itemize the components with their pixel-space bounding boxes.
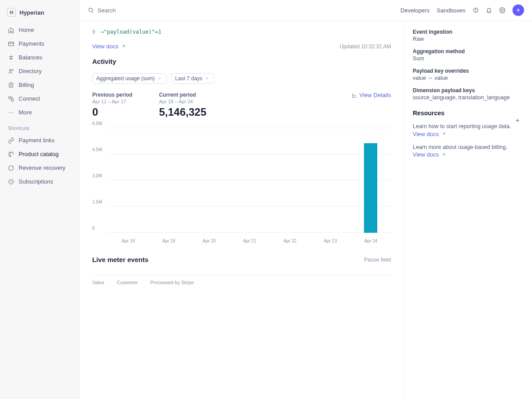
live-events-title: Live meter events [92, 256, 149, 263]
previous-period-range: Apr 11 – Apr 17 [92, 99, 133, 104]
nav-label: Balances [19, 54, 42, 61]
balances-icon [8, 55, 14, 61]
current-period: Current period Apr 18 – Apr 24 5,146,325 [159, 92, 207, 118]
nav-connect[interactable]: Connect [4, 93, 75, 105]
search[interactable] [88, 7, 394, 14]
chevron-down-icon [204, 75, 210, 82]
svg-rect-5 [12, 99, 14, 101]
nav-home[interactable]: Home [4, 24, 75, 36]
directory-icon [8, 68, 14, 74]
more-icon [8, 110, 14, 116]
nav-label: Billing [19, 82, 34, 88]
current-period-label: Current period [159, 92, 207, 98]
external-link-icon [441, 152, 447, 158]
help-icon[interactable] [473, 7, 479, 13]
code-snippet: →"payload(value)"=1 [101, 29, 161, 35]
y-axis-tick: 3.0M [92, 173, 102, 178]
recovery-icon [8, 165, 14, 171]
nav-payments[interactable]: Payments [4, 38, 75, 50]
create-button[interactable]: + [512, 4, 524, 16]
payload-override-label: Payload key overrides [413, 68, 523, 74]
billing-icon [8, 82, 14, 88]
usage-chart: Apr 18Apr 19Apr 20Apr 21Apr 22Apr 23Apr … [92, 128, 391, 243]
nav-label: Connect [19, 95, 40, 102]
column-header: Customer [117, 280, 138, 285]
activity-title: Activity [92, 58, 391, 65]
nav-more[interactable]: More [4, 106, 75, 118]
svg-point-1 [10, 69, 12, 71]
event-ingestion-value: Raw [413, 36, 523, 42]
view-details-link[interactable]: View Details [352, 92, 391, 98]
svg-point-12 [476, 11, 476, 12]
search-icon [88, 7, 94, 13]
x-axis-tick: Apr 19 [149, 239, 189, 243]
period-filter[interactable]: Last 7 days [171, 73, 214, 84]
live-events-columns: Value Customer Processed by Stripe [92, 275, 391, 285]
resource-docs-link[interactable]: View docs [413, 131, 447, 137]
brand-logo: H [7, 8, 16, 17]
column-header: Processed by Stripe [150, 280, 194, 285]
shortcut-subscriptions[interactable]: Subscriptions [4, 176, 75, 188]
shortcut-payment-links[interactable]: Payment links [4, 134, 75, 146]
updated-timestamp: Updated 10:32:32 AM [340, 43, 391, 50]
topbar: Developers Sandboxes + [80, 0, 532, 21]
view-docs-link[interactable]: View docs [92, 43, 126, 50]
developers-link[interactable]: Developers [400, 7, 430, 14]
svg-point-2 [12, 69, 13, 70]
chart-icon [352, 92, 358, 98]
nav-label: Home [19, 27, 34, 33]
nav-label: Payments [19, 40, 44, 47]
shortcut-product-catalog[interactable]: Product catalog [4, 148, 75, 160]
resource-text: Learn how to start reporting usage data. [413, 123, 523, 131]
nav-directory[interactable]: Directory [4, 65, 75, 77]
y-axis-tick: 1.5M [92, 200, 102, 204]
catalog-icon [8, 151, 14, 157]
nav-label: More [19, 109, 32, 116]
y-axis-tick: 4.5M [92, 147, 102, 152]
external-link-icon [120, 43, 126, 50]
previous-period: Previous period Apr 11 – Apr 17 0 [92, 92, 133, 118]
chevron-down-icon [156, 75, 163, 82]
nav-label: Payment links [19, 137, 55, 144]
gear-icon[interactable] [499, 7, 505, 13]
metric-filter[interactable]: Aggregated usage (sum) [92, 73, 167, 84]
svg-rect-0 [8, 42, 14, 45]
chart-bar [364, 143, 377, 233]
x-axis-tick: Apr 20 [189, 239, 229, 243]
event-ingestion-label: Event ingestion [413, 29, 523, 35]
connect-icon [8, 96, 14, 102]
previous-period-label: Previous period [92, 92, 133, 98]
add-resource-button[interactable]: + [516, 117, 520, 125]
svg-rect-4 [9, 96, 11, 98]
sandboxes-link[interactable]: Sandboxes [437, 7, 466, 14]
current-period-range: Apr 18 – Apr 24 [159, 99, 207, 104]
x-axis-tick: Apr 22 [270, 239, 310, 243]
svg-point-8 [12, 112, 13, 113]
brand-name: Hyperian [20, 9, 44, 16]
details-panel: Event ingestion Raw Aggregation method S… [403, 21, 532, 399]
column-header: Value [92, 280, 104, 285]
svg-point-10 [89, 8, 92, 12]
payload-override-value: value → value [413, 75, 523, 81]
nav-billing[interactable]: Billing [4, 79, 75, 91]
bell-icon[interactable] [486, 7, 492, 13]
svg-point-6 [9, 112, 10, 113]
shortcuts-heading: Shortcuts [4, 120, 75, 133]
nav-balances[interactable]: Balances [4, 51, 75, 63]
search-input[interactable] [98, 7, 186, 14]
x-axis-tick: Apr 23 [310, 239, 351, 243]
home-icon [8, 27, 14, 33]
shortcut-revenue-recovery[interactable]: Revenue recovery [4, 162, 75, 174]
dimension-keys-label: Dimension payload keys [413, 87, 523, 94]
dimension-keys-value: source_language, translation_language [413, 94, 523, 101]
nav-label: Directory [19, 68, 42, 74]
brand[interactable]: H Hyperian [4, 6, 75, 22]
x-axis-tick: Apr 21 [229, 239, 270, 243]
previous-period-value: 0 [92, 106, 133, 118]
current-period-value: 5,146,325 [159, 106, 207, 118]
svg-point-7 [11, 112, 12, 113]
svg-point-13 [501, 9, 503, 11]
pause-feed-button[interactable]: Pause feed [364, 257, 391, 263]
nav-label: Product catalog [19, 151, 59, 157]
resource-docs-link[interactable]: View docs [413, 151, 447, 158]
